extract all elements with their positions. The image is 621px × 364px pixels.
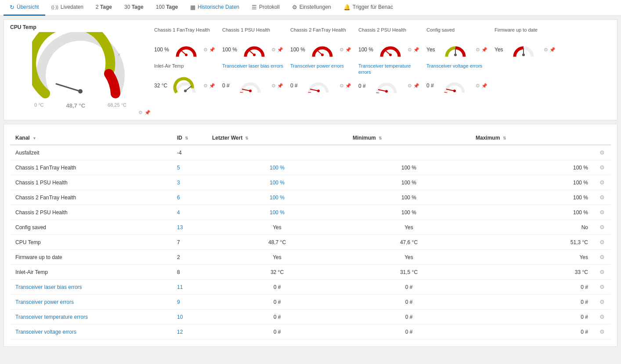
cell-maximum: 0 # bbox=[470, 310, 593, 324]
cell-kanal: Config saved bbox=[10, 220, 172, 235]
nav-2tage[interactable]: 2 Tage bbox=[90, 0, 118, 16]
gauge-transceiver-voltage-pin[interactable]: 📌 bbox=[481, 83, 487, 89]
col-minimum[interactable]: Minimum ⇅ bbox=[347, 131, 470, 145]
gauge-chassis1-fantray-pin[interactable]: 📌 bbox=[209, 47, 215, 53]
gauge-transceiver-temp-pin[interactable]: 📌 bbox=[413, 83, 419, 89]
cpu-big-gauge: × 0 °C 48,7 °C 68,25 °C bbox=[10, 32, 151, 109]
row-settings-icon[interactable]: ⚙ bbox=[599, 314, 605, 320]
cell-kanal[interactable]: Transceiver temperature errors bbox=[10, 310, 172, 324]
svg-point-18 bbox=[249, 90, 252, 92]
cell-action[interactable]: ⚙ bbox=[593, 220, 611, 235]
gauge-transceiver-voltage-title[interactable]: Transceiver voltage errors bbox=[426, 63, 487, 75]
table-row: Chassis 2 FanTray Health6100 %100 %100 %… bbox=[10, 190, 611, 205]
col-kanal-sort[interactable]: ▼ bbox=[32, 136, 36, 141]
row-settings-icon[interactable]: ⚙ bbox=[599, 224, 605, 231]
row-settings-icon[interactable]: ⚙ bbox=[599, 194, 605, 201]
row-settings-icon[interactable]: ⚙ bbox=[599, 239, 605, 245]
cell-kanal[interactable]: Transceiver voltage errors bbox=[10, 324, 172, 339]
cell-minimum: Yes bbox=[347, 220, 470, 235]
cpu-actions: ⚙ 📌 bbox=[10, 110, 151, 115]
gauge-config-saved-value: Yes bbox=[426, 47, 435, 53]
nav-einstellungen[interactable]: ⚙ Einstellungen bbox=[286, 0, 337, 16]
nav-ubersicht[interactable]: ↻ Übersicht bbox=[4, 0, 45, 16]
gauge-config-saved-pin[interactable]: 📌 bbox=[481, 47, 487, 53]
gauge-config-saved-gear[interactable]: ⚙ bbox=[476, 47, 480, 53]
col-maximum[interactable]: Maximum ⇅ bbox=[470, 131, 593, 145]
gauge-chassis1-fantray-gear[interactable]: ⚙ bbox=[203, 47, 208, 53]
row-settings-icon[interactable]: ⚙ bbox=[599, 209, 605, 216]
gauge-chassis1-psu-gear[interactable]: ⚙ bbox=[271, 47, 276, 53]
cell-id: 9 bbox=[172, 295, 207, 310]
gauge-transceiver-power-pin[interactable]: 📌 bbox=[345, 83, 351, 89]
gauge-transceiver-voltage-gear[interactable]: ⚙ bbox=[476, 83, 480, 89]
cell-action[interactable]: ⚙ bbox=[593, 175, 611, 190]
gauge-chassis2-psu-pin[interactable]: 📌 bbox=[413, 47, 419, 53]
cell-action[interactable]: ⚙ bbox=[593, 235, 611, 250]
gauge-inlet-air-value: 32 °C bbox=[154, 83, 167, 89]
cpu-current: 48,7 °C bbox=[66, 102, 86, 109]
gauge-transceiver-laser-value: 0 # bbox=[222, 83, 230, 89]
cell-maximum: 0 # bbox=[470, 295, 593, 310]
gauge-transceiver-temp-value: 0 # bbox=[358, 83, 366, 89]
gauge-chassis1-fantray-title: Chassis 1 FanTray Health bbox=[154, 27, 215, 39]
svg-point-4 bbox=[185, 54, 188, 56]
cell-action[interactable]: ⚙ bbox=[593, 295, 611, 310]
cell-action[interactable]: ⚙ bbox=[593, 280, 611, 295]
gauge-transceiver-power-gear[interactable]: ⚙ bbox=[339, 83, 344, 89]
cell-kanal[interactable]: Transceiver laser bias errors bbox=[10, 280, 172, 295]
col-letzter-wert[interactable]: Letzter Wert ⇅ bbox=[207, 131, 347, 145]
row-settings-icon[interactable]: ⚙ bbox=[599, 179, 605, 186]
nav-100tage[interactable]: 100 Tage bbox=[150, 0, 184, 16]
nav-historische[interactable]: ▦ Historische Daten bbox=[184, 0, 246, 16]
row-settings-icon[interactable]: ⚙ bbox=[599, 269, 605, 275]
cell-action[interactable]: ⚙ bbox=[593, 145, 611, 160]
nav-protokoll[interactable]: ☰ Protokoll bbox=[246, 0, 286, 16]
nav-livedaten[interactable]: ((·)) Livedaten bbox=[45, 0, 90, 16]
gauge-transceiver-laser-pin[interactable]: 📌 bbox=[277, 83, 283, 89]
cell-action[interactable]: ⚙ bbox=[593, 190, 611, 205]
gauge-firmware-gear[interactable]: ⚙ bbox=[544, 47, 548, 53]
row-settings-icon[interactable]: ⚙ bbox=[599, 328, 605, 335]
row-settings-icon[interactable]: ⚙ bbox=[599, 149, 605, 156]
row-settings-icon[interactable]: ⚙ bbox=[599, 284, 605, 290]
gauge-transceiver-power-title[interactable]: Transceiver power errors bbox=[290, 63, 351, 75]
gauge-transceiver-laser-gear[interactable]: ⚙ bbox=[271, 83, 276, 89]
gauge-inlet-air-gear[interactable]: ⚙ bbox=[203, 83, 208, 89]
gauge-transceiver-temp-gear[interactable]: ⚙ bbox=[408, 83, 412, 89]
gauge-inlet-air-pin[interactable]: 📌 bbox=[209, 83, 215, 89]
cell-kanal[interactable]: Transceiver power errors bbox=[10, 295, 172, 310]
table-header: Kanal ▼ ID ⇅ Letzter Wert ⇅ Minimum ⇅ Ma… bbox=[10, 131, 611, 145]
col-maximum-sort[interactable]: ⇅ bbox=[503, 136, 506, 141]
cell-action[interactable]: ⚙ bbox=[593, 205, 611, 220]
cell-minimum: 0 # bbox=[347, 310, 470, 324]
col-letzter-wert-sort[interactable]: ⇅ bbox=[245, 136, 249, 141]
nav-30tage[interactable]: 30 Tage bbox=[118, 0, 150, 16]
cpu-pin-icon[interactable]: 📌 bbox=[144, 110, 151, 115]
gauges-grid: Chassis 1 FanTray Health 100 % ⚙ 📌 bbox=[151, 24, 611, 97]
gauge-config-saved: Config saved Yes ⚙ 📌 bbox=[423, 24, 491, 60]
row-settings-icon[interactable]: ⚙ bbox=[599, 254, 605, 260]
gauge-chassis2-psu-gear[interactable]: ⚙ bbox=[408, 47, 412, 53]
cell-minimum: 100 % bbox=[347, 205, 470, 220]
col-id[interactable]: ID ⇅ bbox=[172, 131, 207, 145]
gauge-transceiver-laser-title[interactable]: Transceiver laser bias errors bbox=[222, 63, 283, 75]
cell-action[interactable]: ⚙ bbox=[593, 250, 611, 265]
gauge-chassis2-fantray-gear[interactable]: ⚙ bbox=[339, 47, 344, 53]
nav-protokoll-label: Protokoll bbox=[259, 4, 280, 10]
col-id-sort[interactable]: ⇅ bbox=[185, 136, 188, 141]
gauge-transceiver-temp-title[interactable]: Transceiver temperature errors bbox=[358, 63, 419, 76]
cell-action[interactable]: ⚙ bbox=[593, 160, 611, 175]
gauge-chassis1-psu-pin[interactable]: 📌 bbox=[277, 47, 283, 53]
row-settings-icon[interactable]: ⚙ bbox=[599, 299, 605, 305]
col-kanal[interactable]: Kanal ▼ bbox=[10, 131, 172, 145]
cell-action[interactable]: ⚙ bbox=[593, 324, 611, 339]
col-minimum-sort[interactable]: ⇅ bbox=[379, 136, 382, 141]
cell-action[interactable]: ⚙ bbox=[593, 265, 611, 280]
table-row: Transceiver voltage errors120 #0 #0 #⚙ bbox=[10, 324, 611, 339]
cell-action[interactable]: ⚙ bbox=[593, 310, 611, 324]
nav-trigger[interactable]: 🔔 Trigger für Benac bbox=[337, 0, 399, 16]
cpu-gear-icon[interactable]: ⚙ bbox=[138, 110, 143, 115]
row-settings-icon[interactable]: ⚙ bbox=[599, 164, 605, 171]
gauge-chassis2-fantray-pin[interactable]: 📌 bbox=[345, 47, 351, 53]
gauge-firmware-pin[interactable]: 📌 bbox=[549, 47, 556, 53]
